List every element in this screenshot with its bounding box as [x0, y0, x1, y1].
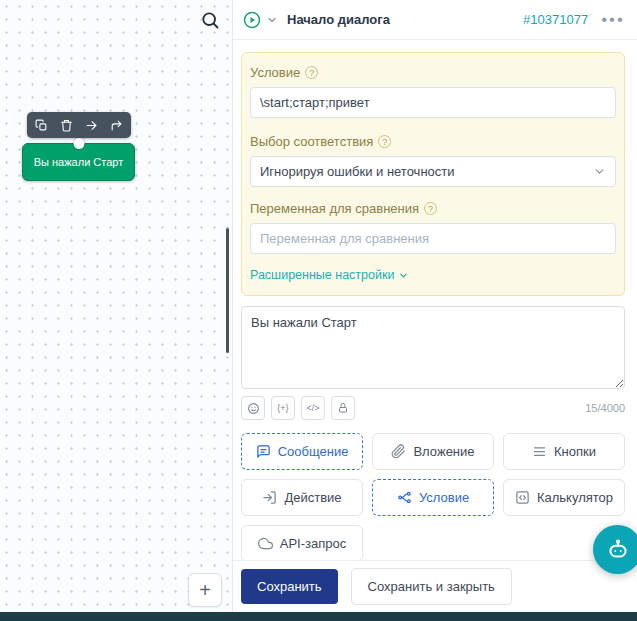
dialog-id: #10371077 [523, 12, 588, 27]
start-play-icon[interactable] [243, 11, 261, 29]
match-type-value: Игнорируя ошибки и неточности [260, 164, 455, 179]
more-menu-button[interactable]: ••• [601, 11, 625, 28]
action-icon [262, 490, 277, 505]
zoom-in-button[interactable]: + [188, 573, 222, 607]
emoji-button[interactable] [241, 396, 265, 420]
block-button-message[interactable]: Сообщение [241, 433, 363, 470]
help-icon[interactable]: ? [378, 135, 391, 148]
emoji-icon [247, 402, 260, 415]
variable-icon: {+} [277, 403, 288, 413]
dialog-builder-app: Вы нажали Старт + Начало диалога #103710… [0, 0, 637, 621]
chatbot-fab-button[interactable] [593, 525, 637, 574]
compare-variable-input[interactable] [250, 223, 616, 254]
buttons-list-icon [532, 444, 547, 459]
share-node-button[interactable] [104, 114, 129, 136]
arrow-right-icon [85, 119, 98, 132]
panel-body: Условие ? Выбор соответствия ? Игнорируя… [233, 40, 637, 560]
char-counter: 15/4000 [585, 402, 625, 414]
block-button-condition[interactable]: Условие [372, 479, 494, 516]
flow-canvas[interactable]: Вы нажали Старт + [0, 0, 232, 612]
chevron-down-icon [593, 165, 606, 178]
chevron-down-icon [398, 270, 409, 281]
compare-variable-label: Переменная для сравнения ? [250, 201, 616, 216]
cloud-icon [258, 536, 273, 551]
panel-header: Начало диалога #10371077 ••• [233, 0, 637, 40]
condition-input[interactable] [250, 87, 616, 118]
editor-tools-row: {+} </> 15/4000 [241, 396, 625, 420]
chevron-down-icon[interactable] [266, 14, 278, 26]
lock-button[interactable] [331, 396, 355, 420]
robot-icon [605, 537, 631, 563]
block-button-attachment[interactable]: Вложение [372, 433, 494, 470]
lock-icon [337, 402, 349, 414]
calculator-code-icon [515, 490, 530, 505]
page-title: Начало диалога [287, 12, 390, 27]
block-button-action[interactable]: Действие [241, 479, 363, 516]
save-and-close-button[interactable]: Сохранить и закрыть [351, 568, 512, 605]
block-button-buttons[interactable]: Кнопки [503, 433, 625, 470]
node-toolbar [27, 112, 131, 138]
help-icon[interactable]: ? [305, 66, 318, 79]
node-editor-panel: Начало диалога #10371077 ••• Условие ? В… [232, 0, 637, 612]
plus-icon: + [199, 579, 211, 602]
condition-settings-box: Условие ? Выбор соответствия ? Игнорируя… [241, 52, 625, 296]
insert-code-button[interactable]: </> [301, 396, 325, 420]
match-type-label: Выбор соответствия ? [250, 134, 616, 149]
block-button-calculator[interactable]: Калькулятор [503, 479, 625, 516]
trash-icon [60, 119, 73, 132]
search-icon[interactable] [200, 10, 220, 34]
start-node[interactable]: Вы нажали Старт [22, 143, 135, 181]
advanced-settings-toggle[interactable]: Расширенные настройки [250, 268, 409, 282]
paperclip-icon [391, 444, 406, 459]
condition-label: Условие ? [250, 65, 616, 80]
canvas-scrollbar[interactable] [226, 228, 229, 353]
move-node-button[interactable] [79, 114, 104, 136]
panel-footer: Сохранить Сохранить и закрыть [233, 560, 637, 612]
help-icon[interactable]: ? [424, 202, 437, 215]
copy-icon [35, 119, 48, 132]
code-icon: </> [306, 403, 319, 413]
delete-node-button[interactable] [54, 114, 79, 136]
node-label: Вы нажали Старт [34, 156, 123, 168]
message-icon [256, 444, 271, 459]
block-button-api[interactable]: API-запрос [241, 525, 363, 560]
copy-node-button[interactable] [29, 114, 54, 136]
node-connection-handle[interactable] [73, 138, 84, 149]
insert-variable-button[interactable]: {+} [271, 396, 295, 420]
save-button[interactable]: Сохранить [241, 569, 338, 604]
message-text-area[interactable]: Вы нажали Старт [241, 306, 625, 389]
branch-icon [397, 490, 412, 505]
share-icon [110, 119, 123, 132]
page-bottom-bar [0, 612, 637, 621]
match-type-select[interactable]: Игнорируя ошибки и неточности [250, 156, 616, 187]
block-type-grid: Сообщение Вложение [241, 433, 625, 560]
